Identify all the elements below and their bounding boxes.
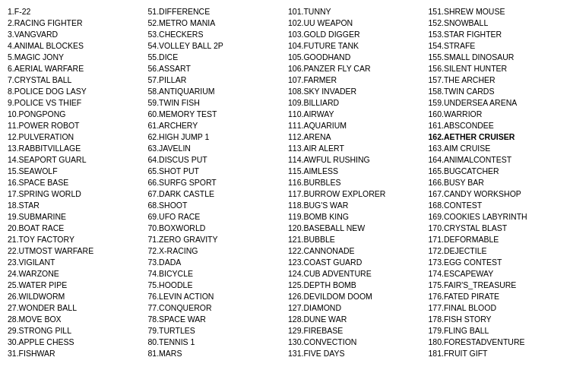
list-item: 165.BUGCATCHER [429,166,563,176]
list-item: 101.TUNNY [288,6,423,17]
list-item: 111.AQUARIUM [288,120,423,131]
list-item: 126.DEVILDOM DOOM [288,291,423,302]
list-item: 53.CHECKERS [148,29,283,40]
list-item: 152.SNOWBALL [429,17,563,28]
list-item: 78.SPACE WAR [148,314,283,324]
list-item: 72.X-RACING [148,245,283,256]
list-item: 154.STRAFE [429,40,563,51]
list-item: 170.CRYSTAL BLAST [429,223,563,233]
list-item: 14.SEAPORT GUARL [8,154,142,165]
list-item: 157.THE ARCHER [429,74,563,85]
list-item: 52.METRO MANIA [148,17,283,28]
list-item: 29.STRONG PILL [8,325,142,336]
list-item: 171.DEFORMABLE [429,234,563,245]
list-item: 123.COAST GUARD [288,257,423,267]
list-item: 116.BURBLES [288,177,423,188]
list-item: 4.ANIMAL BLOCKES [8,40,142,51]
list-item: 112.ARENA [288,131,423,142]
list-item: 158.TWIN CARDS [429,86,563,96]
list-item: 59.TWIN FISH [148,97,283,108]
list-item: 19.SUBMARINE [8,211,142,222]
list-item: 66.SURFG SPORT [148,177,283,188]
list-item: 64.DISCUS PUT [148,154,283,165]
list-item: 27.WONDER BALL [8,302,142,313]
list-item: 113.AIR ALERT [288,143,423,153]
list-item: 173.EGG CONTEST [429,257,563,267]
list-item: 167.CANDY WORKSHOP [429,188,563,199]
list-item: 109.BILLIARD [288,97,423,108]
list-item: 115.AIMLESS [288,166,423,176]
list-item: 159.UNDERSEA ARENA [429,97,563,108]
list-item: 73.DADA [148,257,283,267]
column-3: 101.TUNNY102.UU WEAPON103.GOLD DIGGER104… [285,6,426,386]
list-item: 74.BICYCLE [148,268,283,279]
list-item: 31.FISHWAR [8,348,142,359]
main-container: 1.F-222.RACING FIGHTER3.VANGVARD4.ANIMAL… [0,0,570,392]
game-list-columns: 1.F-222.RACING FIGHTER3.VANGVARD4.ANIMAL… [5,6,565,386]
list-item: 114.AWFUL RUSHING [288,154,423,165]
list-item: 117.BURROW EXPLORER [288,188,423,199]
list-item: 172.DEJECTILE [429,245,563,256]
list-item: 151.SHREW MOUSE [429,6,563,17]
list-item: 166.BUSY BAR [429,177,563,188]
list-item: 16.SPACE BASE [8,177,142,188]
list-item: 121.BUBBLE [288,234,423,245]
list-item: 118.BUG'S WAR [288,200,423,210]
list-item: 107.FARMER [288,74,423,85]
list-item: 178.FISH STORY [429,314,563,324]
list-item: 103.GOLD DIGGER [288,29,423,40]
list-item: 75.HOODLE [148,280,283,290]
list-item: 15.SEAWOLF [8,166,142,176]
list-item: 122.CANNONADE [288,245,423,256]
column-4: 151.SHREW MOUSE152.SNOWBALL153.STAR FIGH… [426,6,566,386]
list-item: 175.FAIR'S_TREASURE [429,280,563,290]
list-item: 12.PULVERATION [8,131,142,142]
list-item: 177.FINAL BLOOD [429,302,563,313]
list-item: 69.UFO RACE [148,211,283,222]
list-item: 23.VIGILANT [8,257,142,267]
list-item: 8.POLICE DOG LASY [8,86,142,96]
list-item: 181.FRUIT GIFT [429,348,563,359]
list-item: 26.WILDWORM [8,291,142,302]
column-1: 1.F-222.RACING FIGHTER3.VANGVARD4.ANIMAL… [5,6,145,386]
list-item: 7.CRYSTAL BALL [8,74,142,85]
list-item: 79.TURTLES [148,325,283,336]
list-item: 51.DIFFERENCE [148,6,283,17]
list-item: 128.DUNE WAR [288,314,423,324]
list-item: 124.CUB ADVENTURE [288,268,423,279]
list-item: 119.BOMB KING [288,211,423,222]
list-item: 61.ARCHERY [148,120,283,131]
list-item: 80.TENNIS 1 [148,337,283,347]
list-item: 131.FIVE DAYS [288,348,423,359]
list-item: 60.MEMORY TEST [148,109,283,119]
list-item: 67.DARK CASTLE [148,188,283,199]
list-item: 62.HIGH JUMP 1 [148,131,283,142]
list-item: 71.ZERO GRAVITY [148,234,283,245]
list-item: 63.JAVELIN [148,143,283,153]
list-item: 110.AIRWAY [288,109,423,119]
list-item: 9.POLICE VS THIEF [8,97,142,108]
list-item: 25.WATER PIPE [8,280,142,290]
list-item: 5.MAGIC JONY [8,52,142,62]
list-item: 55.DICE [148,52,283,62]
list-item: 108.SKY INVADER [288,86,423,96]
list-item: 30.APPLE CHESS [8,337,142,347]
list-item: 156.SILENT HUNTER [429,63,563,74]
list-item: 2.RACING FIGHTER [8,17,142,28]
list-item: 20.BOAT RACE [8,223,142,233]
list-item: 163.AIM CRUISE [429,143,563,153]
list-item: 176.FATED PIRATE [429,291,563,302]
list-item: 125.DEPTH BOMB [288,280,423,290]
list-item: 10.PONGPONG [8,109,142,119]
list-item: 164.ANIMALCONTEST [429,154,563,165]
list-item: 22.UTMOST WARFARE [8,245,142,256]
list-item: 127.DIAMOND [288,302,423,313]
list-item: 65.SHOT PUT [148,166,283,176]
list-item: 1.F-22 [8,6,142,17]
list-item: 106.PANZER FLY CAR [288,63,423,74]
list-item: 168.CONTEST [429,200,563,210]
list-item: 81.MARS [148,348,283,359]
list-item: 6.AERIAL WARFARE [8,63,142,74]
list-item: 54.VOLLEY BALL 2P [148,40,283,51]
list-item: 155.SMALL DINOSAUR [429,52,563,62]
